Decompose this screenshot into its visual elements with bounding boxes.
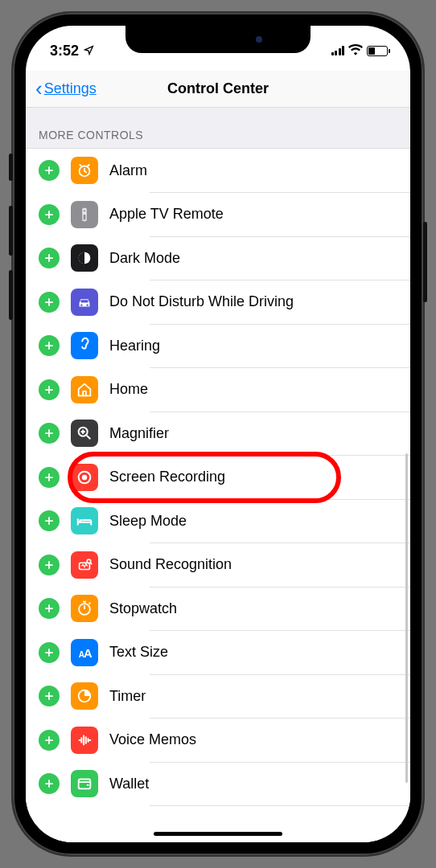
alarm-icon bbox=[71, 157, 98, 184]
control-label: Hearing bbox=[109, 338, 160, 354]
control-label: Alarm bbox=[109, 162, 147, 179]
add-button[interactable] bbox=[39, 292, 60, 313]
add-button[interactable] bbox=[39, 642, 60, 663]
back-label: Settings bbox=[44, 80, 97, 97]
control-row[interactable]: Text Size bbox=[26, 631, 410, 675]
remote-icon bbox=[71, 201, 98, 228]
notch bbox=[125, 26, 311, 53]
control-row[interactable]: Magnifier bbox=[26, 411, 410, 456]
add-button[interactable] bbox=[39, 598, 60, 619]
control-label: Sound Recognition bbox=[109, 556, 232, 573]
ear-icon bbox=[71, 332, 98, 359]
magnifier-icon bbox=[71, 420, 98, 447]
section-header: MORE CONTROLS bbox=[26, 108, 410, 149]
add-button[interactable] bbox=[39, 467, 60, 488]
mute-switch bbox=[9, 154, 13, 181]
control-label: Timer bbox=[109, 688, 146, 705]
control-label: Home bbox=[109, 381, 148, 398]
add-button[interactable] bbox=[39, 423, 60, 444]
soundrec-icon bbox=[71, 551, 98, 579]
control-row[interactable]: Alarm bbox=[26, 149, 410, 193]
control-row[interactable]: Wallet bbox=[26, 762, 410, 806]
volume-up bbox=[9, 206, 13, 256]
cellular-icon bbox=[331, 46, 345, 55]
device-frame: 3:52 ‹ Settings Control Center MORE CON bbox=[13, 13, 423, 855]
add-button[interactable] bbox=[39, 730, 60, 751]
scroll-indicator[interactable] bbox=[405, 453, 408, 783]
page-title: Control Center bbox=[167, 80, 269, 97]
timer-icon bbox=[71, 682, 98, 710]
wallet-icon bbox=[71, 770, 98, 797]
add-button[interactable] bbox=[39, 379, 60, 400]
wifi-icon bbox=[348, 43, 363, 59]
control-label: Sleep Mode bbox=[109, 513, 187, 530]
control-label: Screen Recording bbox=[109, 469, 225, 485]
volume-down bbox=[9, 270, 13, 320]
status-time: 3:52 bbox=[50, 43, 79, 59]
location-icon bbox=[84, 43, 94, 59]
screen: 3:52 ‹ Settings Control Center MORE CON bbox=[26, 26, 410, 842]
darkmode-icon bbox=[71, 244, 98, 272]
home-indicator[interactable] bbox=[154, 832, 282, 836]
power-button bbox=[423, 222, 427, 302]
add-button[interactable] bbox=[39, 773, 60, 794]
control-row[interactable]: Hearing bbox=[26, 324, 410, 368]
chevron-left-icon: ‹ bbox=[35, 78, 43, 99]
add-button[interactable] bbox=[39, 686, 60, 706]
control-row[interactable]: Sound Recognition bbox=[26, 543, 410, 588]
control-row[interactable]: Dark Mode bbox=[26, 236, 410, 280]
bed-icon bbox=[71, 507, 98, 534]
controls-list: AlarmApple TV RemoteDark ModeDo Not Dist… bbox=[26, 149, 410, 806]
add-button[interactable] bbox=[39, 160, 60, 181]
control-row[interactable]: Screen Recording bbox=[26, 456, 410, 500]
control-label: Do Not Disturb While Driving bbox=[109, 293, 294, 310]
control-row[interactable]: Voice Memos bbox=[26, 719, 410, 763]
control-label: Wallet bbox=[109, 776, 149, 792]
car-icon bbox=[71, 289, 98, 316]
add-button[interactable] bbox=[39, 555, 60, 575]
control-row[interactable]: Timer bbox=[26, 674, 410, 719]
add-button[interactable] bbox=[39, 510, 60, 531]
control-row[interactable]: Sleep Mode bbox=[26, 499, 410, 543]
add-button[interactable] bbox=[39, 248, 60, 268]
voicememo-icon bbox=[71, 727, 98, 754]
nav-header: ‹ Settings Control Center bbox=[26, 71, 410, 108]
control-label: Text Size bbox=[109, 644, 168, 661]
control-label: Stopwatch bbox=[109, 600, 177, 617]
stopwatch-icon bbox=[71, 595, 98, 622]
battery-icon bbox=[367, 46, 388, 56]
back-button[interactable]: ‹ Settings bbox=[35, 78, 97, 99]
control-label: Magnifier bbox=[109, 425, 169, 442]
add-button[interactable] bbox=[39, 204, 60, 225]
control-row[interactable]: Home bbox=[26, 368, 410, 412]
control-label: Apple TV Remote bbox=[109, 206, 224, 223]
control-row[interactable]: Stopwatch bbox=[26, 587, 410, 631]
record-icon bbox=[71, 464, 98, 491]
control-row[interactable]: Do Not Disturb While Driving bbox=[26, 280, 410, 325]
add-button[interactable] bbox=[39, 335, 60, 356]
home-icon bbox=[71, 376, 98, 403]
control-label: Dark Mode bbox=[109, 250, 180, 267]
control-label: Voice Memos bbox=[109, 731, 196, 748]
control-row[interactable]: Apple TV Remote bbox=[26, 193, 410, 237]
content-area[interactable]: MORE CONTROLS AlarmApple TV RemoteDark M… bbox=[26, 108, 410, 842]
textsize-icon bbox=[71, 639, 98, 666]
